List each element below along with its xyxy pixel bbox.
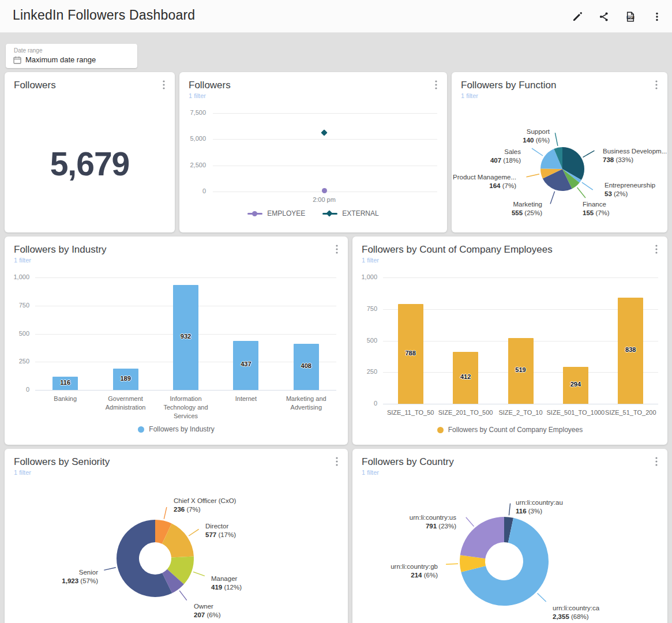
date-range-filter[interactable]: Date range Maximum date range [6,44,137,68]
x-axis-label: Banking [33,395,97,403]
trend-legend: EMPLOYEE EXTERNAL [179,209,447,217]
x-axis-label: SIZE_2_TO_10 [491,408,550,417]
bar-value-label: 189 [112,375,140,382]
pie-label-cxo: Chief X Officer (CxO) 236 (7%) [174,497,236,514]
download-pdf-icon[interactable]: PDF [620,6,641,27]
leader-line [104,568,115,571]
y-axis-label: 0 [179,187,206,194]
y-axis-label: 7,500 [179,109,206,116]
bar-value-label: 838 [617,346,644,353]
seniority-donut-chart[interactable]: Chief X Officer (CxO) 236 (7%) Director … [5,449,348,623]
pie-label-product-management: Product Manageme... 164 (7%) [453,173,516,190]
bar-value-label: 116 [51,379,79,386]
followers-trend-chart[interactable]: 7,5005,0002,50002:00 pm [179,72,447,232]
leader-line [532,148,543,156]
pie-label-country-ca: urn:li:country:ca 2,355 (68%) [553,604,599,621]
legend-item-external: EXTERNAL [322,209,378,217]
pie-label-entrepreneurship: Entrepreneurship 53 (2%) [605,181,655,198]
country-donut-chart[interactable]: urn:li:country:au 116 (3%) urn:li:countr… [352,449,667,623]
card-menu-icon[interactable] [160,80,168,90]
card-followers-by-seniority: Followers by Seniority 1 filter Chief X … [5,449,348,623]
company-size-legend: Followers by Count of Company Employees [352,426,667,434]
pie-label-country-au: urn:li:country:au 116 (3%) [516,498,563,516]
x-axis-label: Marketing and Advertising [274,395,339,412]
point-employee[interactable] [322,188,327,193]
leader-line [164,507,167,519]
header-bar: LinkedIn Followers Dashboard PDF [0,0,672,33]
bar-value-label: 437 [232,361,260,367]
x-axis-label: Information Technology and Services [153,395,218,421]
y-axis-label: 250 [5,358,29,365]
industry-bar-chart[interactable]: 1,0007505002500116Banking189Government A… [5,237,348,445]
bar-value-label: 408 [292,362,320,369]
y-axis-label: 750 [5,302,29,309]
x-axis-label: Internet [213,395,278,403]
y-axis-label: 5,000 [179,135,206,142]
external-marker-sample [322,211,337,217]
leader-line [189,529,198,536]
leader-line [526,174,539,177]
pie-label-sales: Sales 407 (18%) [490,148,521,165]
leader-line [582,182,593,190]
x-axis-label: SIZE_501_TO_1000 [546,408,605,417]
followers-total-value: 5,679 [5,107,175,221]
pie-label-senior: Senior 1,923 (57%) [62,568,98,586]
card-followers-by-function: Followers by Function 1 filter Support 1… [452,72,667,232]
bar-value-label: 788 [397,350,425,356]
leader-line [179,591,187,601]
x-axis-label: SIZE_201_TO_500 [436,408,495,417]
card-followers-by-country: Followers by Country 1 filter urn:li:cou… [352,449,667,623]
y-axis-label: 500 [5,330,29,337]
pie-label-marketing: Marketing 555 (25%) [512,200,542,217]
gridline [35,390,336,391]
x-axis-label: 2:00 pm [301,196,347,203]
employee-marker-sample [247,211,262,217]
card-followers-trend: Followers 1 filter 7,5005,0002,50002:00 … [179,72,447,232]
gridline [213,166,437,166]
card-followers-by-industry: Followers by Industry 1 filter 1,0007505… [5,237,348,445]
date-range-value: Maximum date range [25,55,96,64]
y-axis-label: 1,000 [352,273,377,280]
leader-line [193,572,205,576]
bar-value-label: 412 [452,373,479,380]
function-pie-chart[interactable]: Support 140 (6%) Sales 407 (18%) Product… [452,72,667,232]
x-axis-label: SIZE_51_TO_200 [601,408,660,417]
leader-line [577,187,585,198]
dashboard-page: LinkedIn Followers Dashboard PDF Date ra… [0,0,672,623]
pie-label-support: Support 140 (6%) [523,127,550,145]
y-axis-label: 0 [352,400,377,407]
pie-label-country-us: urn:li:country:us 791 (23%) [410,513,456,531]
bar-value-label: 294 [562,381,590,388]
edit-pencil-icon[interactable] [567,6,588,27]
gridline [383,309,658,310]
more-options-icon[interactable] [647,6,667,27]
company-size-bar-chart[interactable]: 1,0007505002500788SIZE_11_TO_50412SIZE_2… [352,237,667,445]
y-axis-label: 1,000 [5,273,29,280]
share-icon[interactable] [594,6,614,27]
gridline [383,404,658,404]
x-axis-label: Government Administration [93,395,157,412]
leader-line [583,151,595,157]
leader-line [466,517,474,527]
pie-label-director: Director 577 (17%) [205,522,236,539]
industry-legend: Followers by Industry [5,425,348,433]
svg-text:PDF: PDF [628,16,633,18]
pie-label-owner: Owner 207 (6%) [194,602,221,620]
slice-urn:li:country:us[interactable] [460,517,504,558]
pie-label-country-gb: urn:li:country:gb 214 (6%) [391,562,438,580]
gridline [35,277,336,278]
legend-item-company-size: Followers by Count of Company Employees [437,426,583,434]
y-axis-label: 250 [352,368,377,375]
y-axis-label: 750 [352,305,377,312]
gridline [213,113,437,114]
point-external[interactable] [321,129,327,136]
y-axis-label: 0 [5,386,29,393]
leader-line [538,594,546,602]
card-followers-by-company-size: Followers by Count of Company Employees … [352,237,667,445]
pie-label-manager: Manager 419 (12%) [211,575,242,592]
header-actions: PDF [567,0,667,33]
y-axis-label: 500 [352,337,377,344]
bar-value-label: 932 [172,333,200,340]
x-axis-label: SIZE_11_TO_50 [381,408,440,417]
y-axis-label: 2,500 [179,162,206,168]
